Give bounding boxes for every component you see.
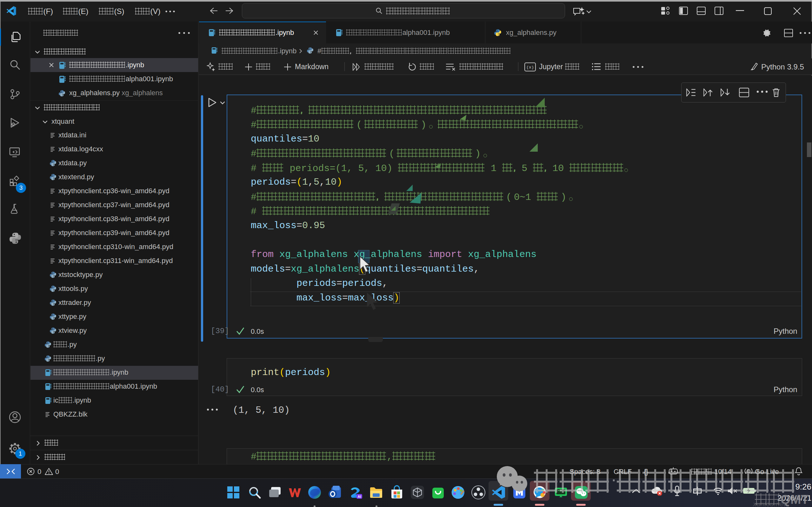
svg-text:AI: AI xyxy=(358,495,361,498)
svg-text:(x): (x) xyxy=(526,65,534,70)
